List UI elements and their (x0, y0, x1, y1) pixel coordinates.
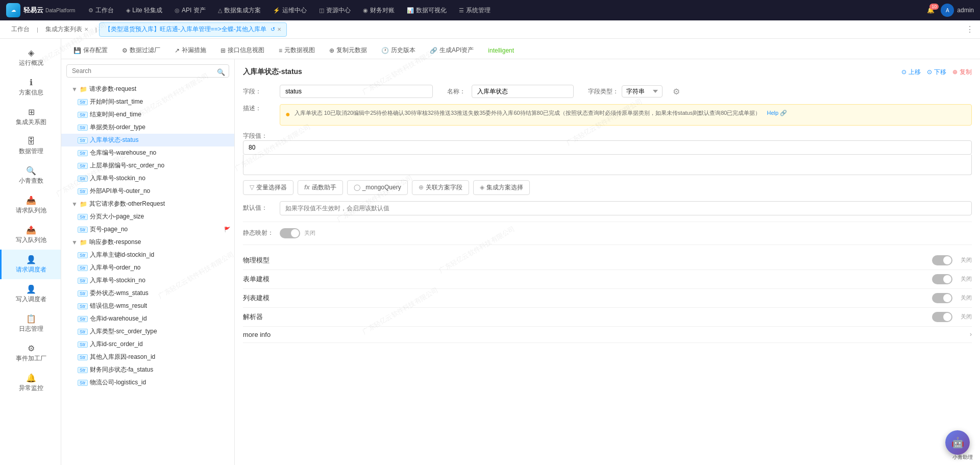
tab-detail[interactable]: 【类型退货预入库】旺店通-入库单管理==>全蝶-其他入库单 ↺ ✕ (99, 22, 287, 37)
action-down[interactable]: ⊙ 下移 (927, 68, 946, 77)
tab-gen-api[interactable]: 🔗 生成API资产 (424, 43, 480, 59)
sidebar-item-log-mgmt[interactable]: 📋 日志管理 (0, 309, 61, 338)
mongo-query-button[interactable]: ◯ _mongoQuery (347, 180, 408, 195)
nav-viz[interactable]: 📊 数据可视化 (402, 0, 452, 20)
top-navigation: ☁ 轻易云 DataPlatform ⚙ 工作台 ◈ Lite 轻集成 ◎ AP… (0, 0, 980, 20)
nav-sysadmin[interactable]: ☰ 系统管理 (454, 0, 496, 20)
tab-copy-meta[interactable]: ⊕ 复制元数据 (323, 43, 373, 59)
tree-node-stockin-id[interactable]: Str 入库单主键id-stockin_id (61, 249, 234, 261)
nav-lite[interactable]: ◈ Lite 轻集成 (121, 0, 167, 20)
tab-workbench[interactable]: 工作台 (6, 22, 35, 37)
section-parser[interactable]: 解析器 关闭 (243, 308, 972, 327)
solution-select-button[interactable]: ◈ 集成方案选择 (473, 180, 530, 195)
tree-label-src-order-no: 上层单据编号-src_order_no (90, 161, 230, 170)
tree-node-status[interactable]: Str 入库单状态-status (61, 134, 234, 146)
sidebar-item-write-queue[interactable]: 📤 写入队列池 (0, 220, 61, 250)
tree-node-request-params[interactable]: ▼ 📁 请求参数-request (61, 83, 234, 95)
sidebar-item-exception-monitor[interactable]: 🔔 异常监控 (0, 368, 61, 398)
related-field-button[interactable]: ⊕ 关联方案字段 (412, 180, 469, 195)
section-list-model[interactable]: 列表建模 关闭 (243, 289, 972, 308)
tab-intelligent[interactable]: intelligent (482, 44, 520, 58)
sidebar-item-integration-map[interactable]: ⊞ 集成关系图 (0, 102, 61, 132)
field-input[interactable] (280, 85, 433, 98)
expand-other-request[interactable]: ▼ (71, 201, 78, 207)
section-form-model[interactable]: 表单建模 关闭 (243, 270, 972, 289)
nav-finance[interactable]: ◉ 财务对账 (358, 0, 400, 20)
tree-node-order-no[interactable]: Str 入库单号-order_no (61, 261, 234, 274)
tab-history[interactable]: 🕐 历史版本 (375, 43, 422, 59)
tab-supplement[interactable]: ↗ 补漏措施 (168, 43, 212, 59)
tab-solutions-list[interactable]: 集成方案列表 ✕ (40, 22, 93, 37)
sidebar-item-request-queue[interactable]: 📥 请求队列池 (0, 190, 61, 220)
section-physical-model[interactable]: 物理模型 关闭 (243, 251, 972, 270)
tab-more-button[interactable]: ⋮ (966, 25, 974, 34)
name-input[interactable] (472, 85, 574, 98)
nav-api[interactable]: ◎ API 资产 (169, 0, 211, 20)
field-value-input[interactable] (243, 140, 972, 155)
more-info-expand-icon: › (970, 331, 972, 338)
form-model-toggle[interactable] (932, 274, 952, 284)
action-copy[interactable]: ⊕ 复制 (952, 68, 972, 77)
tab-save-config[interactable]: 💾 保存配置 (67, 43, 114, 59)
nav-ops[interactable]: ⚡ 运维中心 (268, 0, 312, 20)
tree-node-stockin-no[interactable]: Str 入库单号-stockin_no (61, 172, 234, 185)
tab-meta-view[interactable]: ≡ 元数据视图 (273, 43, 321, 59)
tree-node-reason-id[interactable]: Str 其他入库原因-reason_id (61, 351, 234, 363)
nav-workbench[interactable]: ⚙ 工作台 (83, 0, 119, 20)
notification-bell[interactable]: 🔔 10 (927, 7, 935, 14)
sidebar-item-data-mgmt[interactable]: 🗄 数据管理 (0, 132, 61, 161)
tree-node-warehouse-id[interactable]: Str 仓库id-warehouse_id (61, 312, 234, 325)
tree-node-src-order-type[interactable]: Str 入库类型-src_order_type (61, 325, 234, 338)
float-assistant-button[interactable]: 🤖 (945, 430, 970, 455)
default-value-input[interactable] (280, 201, 972, 215)
tab-interface-view[interactable]: ⊞ 接口信息视图 (214, 43, 271, 59)
tree-node-outer-no[interactable]: Str 外部API单号-outer_no (61, 185, 234, 198)
tab-separator-2: | (95, 27, 97, 33)
settings-gear-icon[interactable]: ⚙ (673, 87, 680, 96)
tree-label-reason-id: 其他入库原因-reason_id (90, 353, 230, 361)
var-selector-button[interactable]: ▽ 变量选择器 (243, 180, 293, 195)
section-more-info[interactable]: more info › (243, 327, 972, 343)
list-model-toggle[interactable] (932, 293, 952, 303)
tree-node-stockin-no2[interactable]: Str 入库单号-stockin_no (61, 274, 234, 287)
tab-close-solutions[interactable]: ✕ (84, 27, 88, 32)
tree-node-page-size[interactable]: Str 分页大小-page_size (61, 210, 234, 223)
desc-help-link[interactable]: Help 🔗 (767, 109, 787, 118)
tree-node-fa-status[interactable]: Str 财务同步状态-fa_status (61, 363, 234, 376)
tree-node-warehouse-no[interactable]: Str 仓库编号-warehouse_no (61, 146, 234, 159)
tree-node-logistics-id[interactable]: Str 物流公司-logistics_id (61, 376, 234, 389)
tree-node-start-time[interactable]: Str 开始时间-start_time (61, 95, 234, 108)
tree-node-page-no[interactable]: Str 页号-page_no 🚩 (61, 223, 234, 236)
tree-node-other-request-params[interactable]: ▼ 📁 其它请求参数-otherRequest (61, 198, 234, 210)
func-helper-button[interactable]: fx 函数助手 (298, 180, 343, 195)
tree-node-src-order-id[interactable]: Str 入库id-src_order_id (61, 338, 234, 351)
sidebar-item-event-factory[interactable]: ⚙ 事件加工厂 (0, 338, 61, 368)
tab-close-detail[interactable]: ✕ (277, 27, 281, 32)
tree-node-order-type[interactable]: Str 单据类别-order_type (61, 121, 234, 134)
type-select[interactable]: 字符串 整数 浮点数 布尔值 (622, 85, 663, 97)
physical-model-toggle[interactable] (932, 255, 952, 265)
sidebar-item-request-scheduler[interactable]: 👤 请求调度者 (0, 250, 61, 279)
app-logo[interactable]: ☁ 轻易云 DataPlatform (6, 3, 75, 17)
tree-node-response-params[interactable]: ▼ 📁 响应参数-response (61, 236, 234, 249)
nav-resource[interactable]: ◫ 资源中心 (314, 0, 356, 20)
sidebar-item-overview[interactable]: ◈ 运行概况 (0, 43, 61, 72)
nav-data-collect[interactable]: △ 数据集成方案 (213, 0, 266, 20)
search-input[interactable] (66, 64, 229, 78)
tab-refresh-icon[interactable]: ↺ (271, 26, 275, 33)
parser-toggle[interactable] (932, 312, 952, 322)
tree-node-src-order-no[interactable]: Str 上层单据编号-src_order_no (61, 159, 234, 172)
sidebar-item-write-scheduler[interactable]: 👤 写入调度者 (0, 279, 61, 309)
tab-data-filter[interactable]: ⚙ 数据过滤厂 (116, 43, 166, 59)
admin-user-area[interactable]: A admin (941, 4, 974, 17)
tree-node-end-time[interactable]: Str 结束时间-end_time (61, 108, 234, 121)
sidebar-item-solution-info[interactable]: ℹ 方案信息 (0, 72, 61, 102)
static-map-toggle[interactable] (280, 228, 300, 238)
sidebar-item-xiao-query[interactable]: 🔍 小青查数 (0, 161, 61, 190)
expand-response[interactable]: ▼ (71, 239, 78, 246)
tree-node-wms-status[interactable]: Str 委外状态-wms_status (61, 287, 234, 300)
expand-request-params[interactable]: ▼ (71, 86, 78, 92)
tree-node-wms-result[interactable]: Str 错误信息-wms_result (61, 300, 234, 312)
action-up[interactable]: ⊙ 上移 (901, 68, 921, 77)
type-badge-str-14: Str (78, 290, 88, 297)
